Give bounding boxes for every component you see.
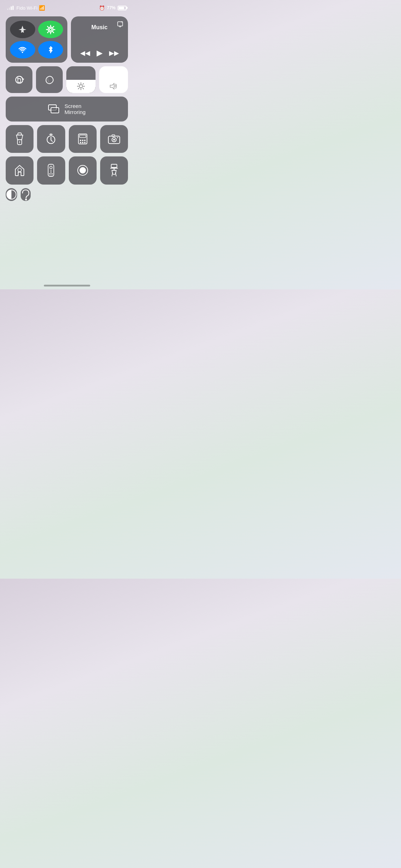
svg-rect-26 xyxy=(51,108,59,113)
svg-line-21 xyxy=(83,88,83,89)
svg-point-50 xyxy=(50,166,52,169)
svg-point-1 xyxy=(49,28,52,31)
svg-point-37 xyxy=(80,140,81,141)
battery-fill xyxy=(119,7,124,9)
play-button[interactable]: ▶ xyxy=(97,48,103,58)
svg-line-34 xyxy=(51,140,52,141)
flashlight-button[interactable] xyxy=(6,125,34,153)
cellular-button[interactable] xyxy=(38,21,63,38)
connectivity-tile[interactable] xyxy=(6,16,67,63)
signal-bar-4 xyxy=(12,6,14,10)
carrier-label: Fido Wi-Fi xyxy=(16,5,37,11)
svg-point-58 xyxy=(52,175,53,176)
svg-point-15 xyxy=(79,85,82,88)
home-button[interactable] xyxy=(6,156,34,184)
svg-line-64 xyxy=(112,173,113,176)
calculator-button[interactable] xyxy=(69,125,97,153)
dark-mode-button[interactable] xyxy=(6,188,17,201)
screen-rotation-button[interactable] xyxy=(6,66,32,93)
screen-mirror-icon xyxy=(48,104,60,114)
battery-percent: 77% xyxy=(107,5,115,10)
svg-rect-14 xyxy=(18,79,21,82)
svg-point-39 xyxy=(84,140,86,141)
svg-marker-24 xyxy=(110,83,114,89)
battery-indicator xyxy=(118,6,127,10)
svg-point-57 xyxy=(51,175,51,176)
svg-line-20 xyxy=(78,84,79,84)
signal-bar-1 xyxy=(7,9,8,10)
row-screen-mirror: Screen Mirroring xyxy=(6,97,128,122)
svg-point-41 xyxy=(82,142,83,143)
svg-point-47 xyxy=(117,137,118,138)
apple-tv-remote-button[interactable] xyxy=(37,156,65,184)
svg-point-60 xyxy=(79,167,86,174)
control-center: Music ◀◀ ▶ ▶▶ xyxy=(0,14,134,208)
row-2 xyxy=(6,66,128,93)
svg-point-42 xyxy=(84,142,86,143)
music-title: Music xyxy=(91,24,107,31)
alarm-icon: ⏰ xyxy=(99,5,105,11)
svg-point-10 xyxy=(22,52,23,53)
status-right: ⏰ 77% xyxy=(99,5,127,11)
svg-point-38 xyxy=(82,140,83,141)
svg-point-52 xyxy=(51,172,52,173)
music-controls: ◀◀ ▶ ▶▶ xyxy=(80,48,119,58)
svg-point-12 xyxy=(121,21,123,23)
svg-point-55 xyxy=(52,174,53,175)
svg-point-0 xyxy=(48,27,53,32)
hearing-button[interactable] xyxy=(21,188,31,201)
airplay-icon[interactable] xyxy=(117,21,124,28)
svg-point-45 xyxy=(113,139,115,141)
wifi-button[interactable] xyxy=(10,41,35,58)
bluetooth-button[interactable] xyxy=(38,41,63,58)
brightness-slider[interactable] xyxy=(66,66,96,93)
svg-line-22 xyxy=(83,84,83,84)
volume-slider[interactable] xyxy=(99,66,128,93)
svg-point-67 xyxy=(25,198,27,200)
svg-rect-36 xyxy=(79,135,86,138)
row-icons-3 xyxy=(6,188,128,201)
airplane-mode-button[interactable] xyxy=(10,21,35,38)
screen-mirroring-button[interactable]: Screen Mirroring xyxy=(6,97,128,122)
do-not-disturb-button[interactable] xyxy=(36,66,63,93)
status-bar: Fido Wi-Fi 📶 ⏰ 77% xyxy=(0,0,134,14)
screen-mirror-label: Screen Mirroring xyxy=(65,103,86,115)
svg-line-9 xyxy=(47,32,48,33)
svg-line-65 xyxy=(115,173,116,176)
screen-record-button[interactable] xyxy=(69,156,97,184)
camera-button[interactable] xyxy=(100,125,128,153)
status-left: Fido Wi-Fi 📶 xyxy=(7,5,45,11)
row-icons-2 xyxy=(6,156,128,184)
home-indicator[interactable] xyxy=(44,285,90,286)
next-button[interactable]: ▶▶ xyxy=(109,49,119,57)
row-icons-1 xyxy=(6,125,128,153)
music-tile[interactable]: Music ◀◀ ▶ ▶▶ xyxy=(71,16,128,63)
row-connectivity-music: Music ◀◀ ▶ ▶▶ xyxy=(6,16,128,63)
svg-line-8 xyxy=(53,26,54,27)
timer-button[interactable] xyxy=(37,125,65,153)
sliders-container xyxy=(66,66,128,93)
svg-point-48 xyxy=(18,168,21,172)
signal-bar-3 xyxy=(11,6,12,10)
accessibility-shortcut-button[interactable] xyxy=(100,156,128,184)
prev-button[interactable]: ◀◀ xyxy=(80,49,90,57)
svg-point-54 xyxy=(51,174,52,175)
svg-rect-46 xyxy=(112,135,115,136)
svg-line-7 xyxy=(53,32,54,33)
wifi-status-icon: 📶 xyxy=(39,5,45,11)
svg-point-53 xyxy=(49,174,50,175)
svg-line-6 xyxy=(47,26,48,27)
svg-point-56 xyxy=(49,175,50,176)
svg-rect-61 xyxy=(111,164,117,167)
svg-line-23 xyxy=(78,88,79,89)
signal-bar-2 xyxy=(9,7,10,10)
svg-point-40 xyxy=(80,142,81,143)
signal-bars xyxy=(7,6,14,10)
